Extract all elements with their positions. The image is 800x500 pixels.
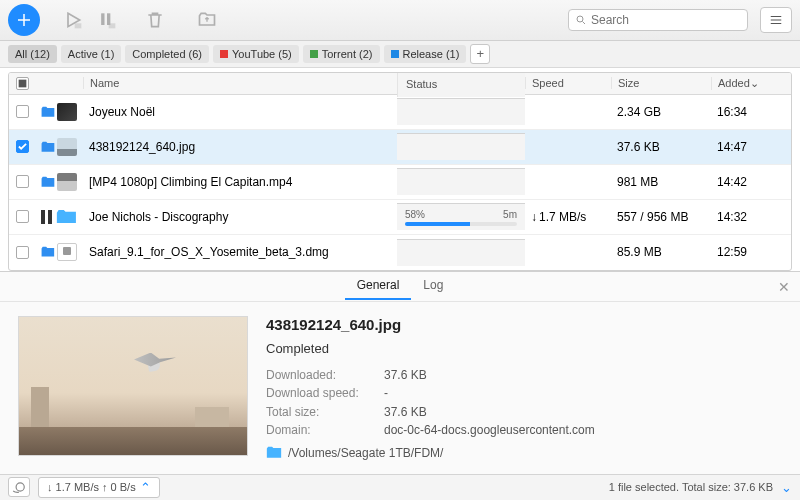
row-size: 557 / 956 MB xyxy=(617,210,688,224)
folder-icon xyxy=(41,245,55,259)
filter-youtube[interactable]: YouTube (5) xyxy=(213,45,299,63)
thumbnail-icon xyxy=(57,173,77,191)
thumbnail-icon xyxy=(57,103,77,121)
download-arrow-icon: ↓ xyxy=(531,210,537,224)
col-name[interactable]: Name xyxy=(83,77,397,89)
thumbnail-icon xyxy=(57,138,77,156)
filter-label: Active (1) xyxy=(68,48,114,60)
detail-title: 438192124_640.jpg xyxy=(266,316,782,333)
filter-release[interactable]: Release (1) xyxy=(384,45,467,63)
row-added: 14:42 xyxy=(717,175,747,189)
open-folder-button[interactable] xyxy=(192,6,222,34)
svg-point-4 xyxy=(577,16,583,22)
pause-icon xyxy=(97,10,117,30)
selection-summary: 1 file selected. Total size: 37.6 KB xyxy=(609,481,773,493)
filter-active[interactable]: Active (1) xyxy=(61,45,121,63)
folder-icon xyxy=(41,105,55,119)
hamburger-icon xyxy=(768,13,784,27)
table-row[interactable]: Joe Nichols - Discography 58%5m ↓1.7 MB/… xyxy=(9,200,791,235)
search-field[interactable] xyxy=(568,9,748,31)
folder-icon xyxy=(41,175,55,189)
svg-rect-1 xyxy=(101,13,104,25)
pause-button[interactable] xyxy=(92,6,122,34)
svg-rect-3 xyxy=(109,23,116,28)
detail-panel: General Log ✕ 438192124_640.jpg Complete… xyxy=(0,271,800,474)
row-checkbox[interactable] xyxy=(16,246,29,259)
row-speed: 1.7 MB/s xyxy=(539,210,586,224)
select-all-checkbox[interactable] xyxy=(16,77,29,90)
row-name: Joyeux Noël xyxy=(89,105,155,119)
detail-path[interactable]: /Volumes/Seagate 1TB/FDM/ xyxy=(266,446,782,460)
row-name: [MP4 1080p] Climbing El Capitan.mp4 xyxy=(89,175,292,189)
app-window: All (12) Active (1) Completed (6) YouTub… xyxy=(0,0,800,500)
menu-button[interactable] xyxy=(760,7,792,33)
progress-bar xyxy=(405,222,517,226)
row-added: 14:32 xyxy=(717,210,747,224)
row-size: 981 MB xyxy=(617,175,658,189)
col-status[interactable]: Status xyxy=(397,72,525,97)
delete-button[interactable] xyxy=(140,6,170,34)
col-speed[interactable]: Speed xyxy=(525,77,611,89)
row-size: 85.9 MB xyxy=(617,245,662,259)
row-checkbox[interactable] xyxy=(16,210,29,223)
toolbar xyxy=(0,0,800,41)
trash-icon xyxy=(145,10,165,30)
filter-bar: All (12) Active (1) Completed (6) YouTub… xyxy=(0,41,800,68)
speed-limit-button[interactable] xyxy=(8,477,30,497)
color-swatch-icon xyxy=(310,50,318,58)
row-name: Joe Nichols - Discography xyxy=(89,210,228,224)
color-swatch-icon xyxy=(391,50,399,58)
table-row[interactable]: Joyeux Noël 2.34 GB 16:34 xyxy=(9,95,791,130)
filter-label: YouTube (5) xyxy=(232,48,292,60)
svg-rect-0 xyxy=(75,23,82,28)
search-input[interactable] xyxy=(591,13,741,27)
add-download-button[interactable] xyxy=(8,4,40,36)
sort-desc-icon: ⌄ xyxy=(750,77,759,90)
table-row[interactable]: 438192124_640.jpg 37.6 KB 14:47 xyxy=(9,130,791,165)
preview-image xyxy=(18,316,248,456)
downloads-table: Name Status Speed Size Added ⌄ Joyeux No… xyxy=(0,68,800,271)
svg-rect-5 xyxy=(18,79,26,87)
row-checkbox[interactable] xyxy=(16,140,29,153)
search-icon xyxy=(575,14,587,26)
folder-icon xyxy=(56,209,77,225)
filter-label: All (12) xyxy=(15,48,50,60)
col-size[interactable]: Size xyxy=(611,77,711,89)
plus-icon xyxy=(15,11,33,29)
detail-info: 438192124_640.jpg Completed Downloaded:3… xyxy=(266,316,782,460)
row-size: 37.6 KB xyxy=(617,140,660,154)
color-swatch-icon xyxy=(220,50,228,58)
row-checkbox[interactable] xyxy=(16,175,29,188)
row-added: 16:34 xyxy=(717,105,747,119)
tab-general[interactable]: General xyxy=(345,272,412,300)
svg-point-6 xyxy=(16,483,24,491)
progress-cell: 58%5m xyxy=(405,209,517,226)
global-speed[interactable]: ↓ 1.7 MB/s ↑ 0 B/s⌃ xyxy=(38,477,160,498)
pause-state-icon xyxy=(41,210,54,224)
row-checkbox[interactable] xyxy=(16,105,29,118)
status-bar: ↓ 1.7 MB/s ↑ 0 B/s⌃ 1 file selected. Tot… xyxy=(0,474,800,500)
detail-tabs: General Log ✕ xyxy=(0,272,800,302)
file-icon xyxy=(57,243,77,261)
start-button[interactable] xyxy=(58,6,88,34)
add-filter-button[interactable]: + xyxy=(470,44,490,64)
row-size: 2.34 GB xyxy=(617,105,661,119)
col-added[interactable]: Added ⌄ xyxy=(711,77,791,90)
table-row[interactable]: [MP4 1080p] Climbing El Capitan.mp4 981 … xyxy=(9,165,791,200)
table-row[interactable]: Safari_9.1_for_OS_X_Yosemite_beta_3.dmg … xyxy=(9,235,791,270)
folder-icon xyxy=(41,140,55,154)
row-name: Safari_9.1_for_OS_X_Yosemite_beta_3.dmg xyxy=(89,245,329,259)
filter-completed[interactable]: Completed (6) xyxy=(125,45,209,63)
chevron-down-icon[interactable]: ⌄ xyxy=(781,480,792,495)
filter-all[interactable]: All (12) xyxy=(8,45,57,63)
row-added: 12:59 xyxy=(717,245,747,259)
filter-torrent[interactable]: Torrent (2) xyxy=(303,45,380,63)
filter-label: Completed (6) xyxy=(132,48,202,60)
filter-label: Torrent (2) xyxy=(322,48,373,60)
tab-log[interactable]: Log xyxy=(411,272,455,300)
detail-state: Completed xyxy=(266,341,782,356)
filter-label: Release (1) xyxy=(403,48,460,60)
chevron-up-icon: ⌃ xyxy=(140,480,151,495)
close-detail-button[interactable]: ✕ xyxy=(778,279,790,295)
snail-icon xyxy=(12,481,26,493)
